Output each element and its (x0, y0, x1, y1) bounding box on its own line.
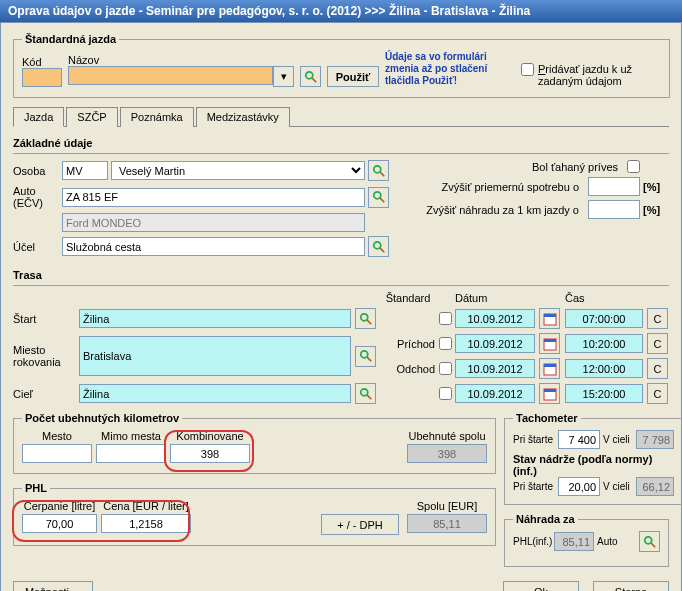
zvysit-nahradu-input[interactable] (588, 200, 640, 219)
komb-input[interactable] (170, 444, 250, 463)
tacho-start-input[interactable] (558, 430, 600, 449)
r4-cal-icon[interactable] (539, 383, 560, 404)
cerp-input[interactable] (22, 514, 97, 533)
ucel-input[interactable] (62, 237, 365, 256)
komb-hdr: Kombinovane (170, 430, 250, 442)
svg-point-0 (305, 71, 312, 78)
pouzit-button[interactable]: Použiť (327, 66, 379, 87)
nahrada-group: Náhrada za PHL(inf.) Auto (504, 513, 669, 567)
osoba-select[interactable]: Veselý Martin (111, 161, 365, 180)
standard-hdr: Štandard (381, 292, 435, 304)
miesto-lookup-icon[interactable] (355, 346, 376, 367)
tacho-start-label: Pri štarte (513, 434, 555, 445)
r3-c-button[interactable]: C (647, 358, 668, 379)
ubeh-hdr: Ubehnuté spolu (407, 430, 487, 442)
r1-cal-icon[interactable] (539, 308, 560, 329)
ucel-lookup-icon[interactable] (368, 236, 389, 257)
mimo-input[interactable] (96, 444, 166, 463)
tab-poznamka[interactable]: Poznámka (120, 107, 194, 127)
kod-label: Kód (22, 56, 62, 68)
zvysit-spotrebu-input[interactable] (588, 177, 640, 196)
cena-input[interactable] (101, 514, 191, 533)
svg-line-1 (311, 77, 315, 81)
ciel-input[interactable] (79, 384, 351, 403)
mesto-input[interactable] (22, 444, 92, 463)
tab-medzizastavky[interactable]: Medzizastávky (196, 107, 290, 127)
svg-point-4 (373, 192, 380, 199)
r4-std-checkbox[interactable] (439, 387, 452, 400)
ubeh-display (407, 444, 487, 463)
r3-time[interactable] (565, 359, 643, 378)
nazov-input[interactable] (68, 66, 273, 85)
ucel-label: Účel (13, 241, 59, 253)
r1-c-button[interactable]: C (647, 308, 668, 329)
osoba-lookup-icon[interactable] (368, 160, 389, 181)
miesto-label: Miesto rokovania (13, 344, 75, 368)
r2-std-checkbox[interactable] (439, 337, 452, 350)
osoba-label: Osoba (13, 165, 59, 177)
start-label: Štart (13, 313, 75, 325)
phl-group: PHL Čerpanie [litre] Cena [EUR / liter] … (13, 482, 496, 546)
ciel-lookup-icon[interactable] (355, 383, 376, 404)
zvysit-spotrebu-label: Zvýšiť priemernú spotrebu o (442, 181, 579, 193)
nazov-label: Názov (68, 54, 294, 66)
svg-line-13 (366, 357, 370, 361)
svg-point-8 (360, 313, 367, 320)
r4-date[interactable] (455, 384, 535, 403)
ok-button[interactable]: OkOk (503, 581, 579, 591)
r4-time[interactable] (565, 384, 643, 403)
r2-cal-icon[interactable] (539, 333, 560, 354)
moznosti-button[interactable]: MMožnosti ...ožnosti ... (13, 581, 93, 591)
odchod-label: Odchod (381, 363, 435, 375)
standard-ride-legend: Štandardná jazda (22, 33, 119, 45)
r3-std-checkbox[interactable] (439, 362, 452, 375)
nahrada-legend: Náhrada za (513, 513, 578, 525)
pridavat-checkbox[interactable] (521, 63, 534, 76)
nazov-lookup-icon[interactable] (300, 66, 321, 87)
nadrz-legend: Stav nádrže (podľa normy) (inf.) (513, 453, 674, 477)
prives-label: Bol ťahaný príves (532, 161, 618, 173)
ecv-input[interactable] (62, 188, 365, 207)
cas-hdr: Čas (565, 292, 643, 304)
zvysit-nahradu-label: Zvýšiť náhradu za 1 km jazdy o (426, 204, 579, 216)
nahrada-phl-display (554, 532, 594, 551)
svg-line-19 (366, 395, 370, 399)
kod-input[interactable] (22, 68, 62, 87)
svg-rect-15 (544, 339, 556, 342)
osoba-code-input[interactable] (62, 161, 108, 180)
miesto-input[interactable] (79, 336, 351, 376)
svg-rect-21 (544, 389, 556, 392)
nahrada-auto-label: Auto (597, 536, 621, 547)
svg-point-12 (360, 351, 367, 358)
pct1: [%] (643, 181, 669, 193)
dph-button[interactable]: + / - DPH (321, 514, 399, 535)
nazov-dropdown-button[interactable]: ▾ (273, 66, 294, 87)
r2-date[interactable] (455, 334, 535, 353)
spolu-hdr: Spolu [EUR] (407, 500, 487, 512)
nahrada-phl-label: PHL(inf.) (513, 536, 551, 547)
start-input[interactable] (79, 309, 351, 328)
ciel-label: Cieľ (13, 388, 75, 400)
window-body: Štandardná jazda Kód Názov ▾ Použiť Údaj… (0, 22, 682, 591)
storno-button[interactable]: StornoStorno (593, 581, 669, 591)
r2-time[interactable] (565, 334, 643, 353)
tab-jazda[interactable]: Jazda (13, 107, 64, 127)
zakladne-legend: Základné údaje (13, 137, 669, 149)
r4-c-button[interactable]: C (647, 383, 668, 404)
standard-ride-group: Štandardná jazda Kód Názov ▾ Použiť Údaj… (13, 33, 670, 98)
r2-c-button[interactable]: C (647, 333, 668, 354)
r1-time[interactable] (565, 309, 643, 328)
r3-cal-icon[interactable] (539, 358, 560, 379)
start-lookup-icon[interactable] (355, 308, 376, 329)
r1-date[interactable] (455, 309, 535, 328)
nadrz-start-label: Pri štarte (513, 481, 555, 492)
auto-lookup-icon[interactable] (368, 187, 389, 208)
tab-szcp[interactable]: SZČP (66, 107, 117, 127)
mimo-hdr: Mimo mesta (96, 430, 166, 442)
r1-std-checkbox[interactable] (439, 312, 452, 325)
nadrz-start-input[interactable] (558, 477, 600, 496)
nahrada-lookup-icon[interactable] (639, 531, 660, 552)
prives-checkbox[interactable] (627, 160, 640, 173)
r3-date[interactable] (455, 359, 535, 378)
nadrz-ciel-label: V cieli (603, 481, 633, 492)
